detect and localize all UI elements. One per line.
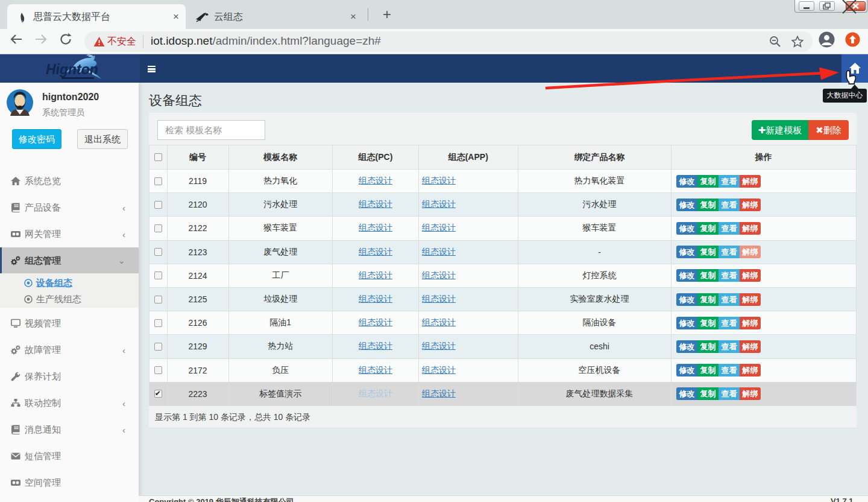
- svg-text:Hignton: Hignton: [46, 62, 98, 77]
